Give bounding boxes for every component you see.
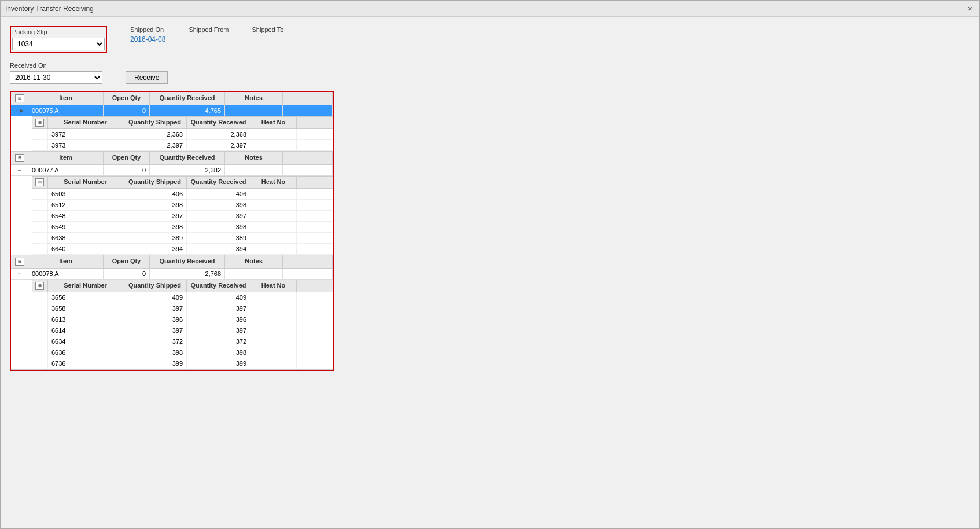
sub-grid-header: ⊞ Serial Number Quantity Shipped Quantit… [32, 280, 333, 292]
qty-shipped-col-header: Quantity Shipped [123, 280, 187, 292]
serial-row[interactable]: 6736 399 399 [32, 358, 333, 369]
heat-no-cell [250, 314, 297, 325]
qty-shipped-cell: 398 [123, 222, 187, 232]
serial-number-cell: 6613 [48, 314, 123, 325]
sub-expand-cell [32, 347, 48, 358]
item-col-header: Item [28, 92, 104, 105]
expand-collapse-cell[interactable]: − [11, 165, 28, 175]
serial-row[interactable]: 6640 394 394 [32, 244, 333, 255]
grid-icon: ⊞ [15, 154, 24, 162]
serial-row[interactable]: 6636 398 398 [32, 347, 333, 358]
qty-shipped-col-header: Quantity Shipped [123, 117, 187, 128]
qty-shipped-cell: 394 [123, 244, 187, 254]
second-header-row: Received On 2016-11-30 Receive [10, 60, 970, 84]
sub-qty-received-cell: 2,397 [187, 140, 250, 150]
sub-qty-received-cell: 389 [187, 233, 250, 243]
serial-row[interactable]: 6503 406 406 [32, 189, 333, 200]
qty-shipped-cell: 2,397 [123, 140, 187, 150]
qty-received-col-header: Quantity Received [150, 92, 225, 105]
packing-slip-group: Packing Slip 1034 [10, 26, 107, 53]
item-name-cell: 000077 A [28, 165, 104, 175]
item-header-row: ⊞ Item Open Qty Quantity Received Notes [11, 92, 333, 105]
sub-expand-cell [32, 129, 48, 139]
qty-shipped-cell: 396 [123, 314, 187, 325]
collapse-icon[interactable]: − [17, 166, 21, 174]
serial-col-header: Serial Number [48, 177, 123, 188]
heat-no-cell [250, 189, 297, 199]
serial-row[interactable]: 3973 2,397 2,397 [32, 140, 333, 151]
collapse-icon[interactable]: − [17, 270, 21, 278]
qty-received-cell: 2,382 [150, 165, 225, 175]
heat-no-cell [250, 336, 297, 347]
item-col-header: Item [28, 255, 104, 268]
sub-expand-cell [32, 140, 48, 150]
notes-col-header: Notes [225, 92, 283, 105]
sub-grid-wrapper: ⊞ Serial Number Quantity Shipped Quantit… [11, 176, 333, 255]
qty-shipped-cell: 389 [123, 233, 187, 243]
serial-row[interactable]: 6634 372 372 [32, 336, 333, 347]
grid-icon: ⊞ [15, 94, 24, 102]
heat-no-col-header: Heat No [250, 177, 297, 188]
serial-row[interactable]: 6614 397 397 [32, 325, 333, 336]
sub-icon-cell: ⊞ [32, 177, 48, 188]
extra-col-header [283, 255, 333, 268]
sub-expand-cell [32, 314, 48, 325]
open-qty-cell: 0 [104, 269, 150, 279]
item-name-cell: 000078 A [28, 269, 104, 279]
received-on-group: Received On 2016-11-30 [10, 62, 102, 84]
close-button[interactable]: × [966, 4, 975, 13]
serial-col-header: Serial Number [48, 117, 123, 128]
qty-shipped-col-header: Quantity Shipped [123, 177, 187, 188]
serial-row[interactable]: 6512 398 398 [32, 200, 333, 211]
qty-shipped-cell: 398 [123, 200, 187, 210]
item-name-cell: 000075 A [28, 105, 104, 116]
expand-collapse-cell[interactable]: − ▶ [11, 105, 28, 116]
serial-row[interactable]: 6549 398 398 [32, 222, 333, 233]
notes-cell [225, 105, 283, 116]
sub-qty-received-cell: 409 [187, 292, 250, 303]
received-on-select[interactable]: 2016-11-30 [10, 71, 102, 84]
heat-no-cell [250, 358, 297, 369]
serial-row[interactable]: 6548 397 397 [32, 211, 333, 222]
serial-row[interactable]: 3658 397 397 [32, 303, 333, 314]
notes-cell [225, 165, 283, 175]
serial-row[interactable]: 3656 409 409 [32, 292, 333, 303]
qty-received-col-header: Quantity Received [150, 255, 225, 268]
expand-collapse-cell[interactable]: − [11, 269, 28, 279]
extra-cell [283, 105, 333, 116]
main-grid: ⊞ Item Open Qty Quantity Received Notes … [10, 91, 334, 371]
header-row: Packing Slip 1034 Shipped On 2016-04-08 … [10, 26, 970, 53]
serial-row[interactable]: 6613 396 396 [32, 314, 333, 325]
qty-shipped-cell: 398 [123, 347, 187, 358]
title-bar: Inventory Transfer Receiving × [1, 1, 979, 17]
serial-number-cell: 6549 [48, 222, 123, 232]
item-data-row[interactable]: − 000078 A 0 2,768 [11, 269, 333, 280]
heat-no-cell [250, 200, 297, 210]
sub-grid-wrapper: ⊞ Serial Number Quantity Shipped Quantit… [11, 280, 333, 370]
qty-shipped-cell: 406 [123, 189, 187, 199]
serial-number-cell: 3658 [48, 303, 123, 314]
qty-shipped-cell: 397 [123, 325, 187, 336]
collapse-icon[interactable]: − [15, 106, 19, 115]
notes-cell [225, 269, 283, 279]
serial-number-cell: 6636 [48, 347, 123, 358]
sub-expand-cell [32, 358, 48, 369]
qty-shipped-cell: 372 [123, 336, 187, 347]
item-data-row[interactable]: − ▶ 000075 A 0 4,765 [11, 105, 333, 116]
item-data-row[interactable]: − 000077 A 0 2,382 [11, 165, 333, 176]
sub-qty-received-col-header: Quantity Received [187, 117, 250, 128]
receive-button[interactable]: Receive [126, 71, 168, 84]
serial-number-cell: 6638 [48, 233, 123, 243]
sub-qty-received-cell: 394 [187, 244, 250, 254]
serial-row[interactable]: 3972 2,368 2,368 [32, 129, 333, 140]
serial-number-cell: 6736 [48, 358, 123, 369]
qty-shipped-cell: 2,368 [123, 129, 187, 139]
sub-qty-received-cell: 398 [187, 222, 250, 232]
packing-slip-select[interactable]: 1034 [12, 38, 105, 50]
sub-qty-received-cell: 396 [187, 314, 250, 325]
serial-row[interactable]: 6638 389 389 [32, 233, 333, 244]
heat-no-cell [250, 233, 297, 243]
sub-expand-cell [32, 222, 48, 232]
open-qty-col-header: Open Qty [104, 152, 150, 164]
sub-qty-received-col-header: Quantity Received [187, 280, 250, 292]
